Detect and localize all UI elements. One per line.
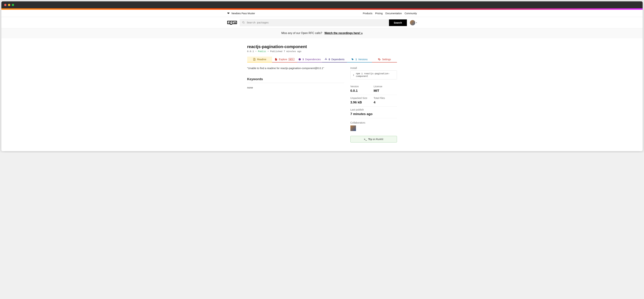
deps-label: Dependencies [305,58,321,61]
stat-version: Version 0.0.1 [350,83,374,95]
tab-readme-label: Readme [257,58,266,61]
box-icon [298,58,301,61]
nav-documentation[interactable]: Documentation [386,12,402,15]
tab-explore[interactable]: Explore BETA [272,56,297,62]
size-label: Unpacked Size [350,97,374,99]
package-meta: 0.0.1 • Public • Published 7 minutes ago [247,50,397,53]
collaborators-label: Collaborators [350,121,397,124]
readme-missing-message: "Unable to find a readme for reactjs-pag… [247,67,344,70]
stat-files: Total Files 4 [374,95,397,107]
package-version: 0.0.1 [247,50,254,53]
svg-point-0 [242,21,244,23]
stat-size: Unpacked Size 3.96 kB [350,95,374,107]
npm-gradient-bar [2,8,642,10]
version-label: Version [350,85,374,88]
try-runkit-button[interactable]: >_ Try on RunKit [350,136,397,142]
search-input[interactable] [240,19,389,26]
browser-window: ❤ Newbies Pass Muster Products Pricing D… [2,1,642,151]
tagline: Newbies Pass Muster [232,12,255,15]
sidebar: Install ❯ npm i reactjs-pagination-compo… [350,67,397,142]
stat-license: License MIT [374,83,397,95]
runkit-try: Try [368,138,372,141]
window-minimize-button[interactable] [8,4,10,6]
nav-products[interactable]: Products [363,12,372,15]
user-menu[interactable]: ▾ [410,20,417,25]
versions-label: Versions [358,58,368,61]
mac-titlebar [2,1,642,8]
package-content: reactjs-pagination-component 0.0.1 • Pub… [246,38,398,149]
nav-community[interactable]: Community [404,12,417,15]
versions-count: 1 [356,58,357,61]
package-tabs: Readme Explore BETA 3 Dependencies 0 Dep… [247,56,397,62]
size-value: 3.96 kB [350,100,374,104]
package-access: Public [258,50,266,53]
lastpub-value: 7 minutes ago [350,112,397,116]
tab-settings-label: Settings [382,58,391,61]
chevron-right-icon: ❯ [353,74,354,76]
explore-icon [275,58,278,61]
nav-pricing[interactable]: Pricing [375,12,383,15]
tab-dependents[interactable]: 0 Dependents [322,56,347,62]
files-label: Total Files [374,97,397,99]
dependents-count: 0 [329,58,330,61]
deps-count: 3 [302,58,304,61]
tab-explore-label: Explore [279,58,287,61]
window-close-button[interactable] [4,4,6,6]
top-nav-links: Products Pricing Documentation Community [363,12,417,15]
boxes-icon [324,58,327,61]
keywords-heading: Keywords [247,77,344,83]
top-nav: ❤ Newbies Pass Muster Products Pricing D… [2,10,642,17]
npm-logo[interactable] [227,21,237,25]
terminal-icon: >_ [364,138,367,141]
search-row: Search ▾ [2,17,642,28]
announcement-banner: Miss any of our Open RFC calls? Watch th… [2,28,642,38]
banner-text: Miss any of our Open RFC calls? [282,31,322,34]
window-zoom-button[interactable] [12,4,14,6]
stat-last-publish: Last publish 7 minutes ago [350,107,397,118]
tags-icon [351,58,354,61]
keywords-none: none [247,86,344,89]
heart-icon: ❤ [227,12,230,15]
tab-versions[interactable]: 1 Versions [347,56,372,62]
runkit-on: on RunKit [372,138,383,141]
install-command-text: npm i reactjs-pagination-component [356,72,394,78]
lastpub-label: Last publish [350,108,397,111]
package-title: reactjs-pagination-component [247,44,397,49]
svg-line-1 [244,23,244,23]
gear-icon [378,58,381,61]
tab-dependencies[interactable]: 3 Dependencies [297,56,322,62]
search-button[interactable]: Search [389,19,407,26]
install-label: Install [350,67,397,69]
install-command[interactable]: ❯ npm i reactjs-pagination-component [350,70,397,79]
tab-settings[interactable]: Settings [372,56,397,62]
package-published: Published 7 minutes ago [270,50,301,53]
dependents-label: Dependents [331,58,344,61]
version-value: 0.0.1 [350,89,374,93]
avatar [410,20,416,25]
banner-link[interactable]: Watch the recordings here! » [324,31,363,34]
beta-badge: BETA [288,58,294,60]
search-icon [242,21,245,24]
tab-readme[interactable]: Readme [247,56,272,62]
search-container: Search [240,19,407,26]
readme-icon [253,58,256,61]
license-label: License [374,85,397,88]
main-column: "Unable to find a readme for reactjs-pag… [247,67,344,142]
collaborator-avatar[interactable] [350,125,356,131]
files-value: 4 [374,100,397,104]
license-value: MIT [374,89,397,93]
chevron-down-icon: ▾ [416,22,417,23]
